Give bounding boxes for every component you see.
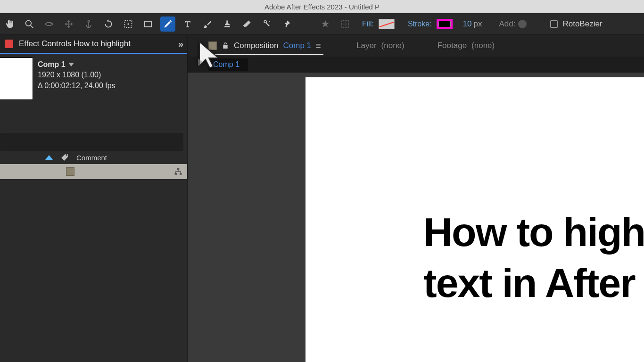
- stamp-icon: [223, 19, 232, 29]
- composition-thumbnail: [0, 58, 33, 100]
- eraser-tool[interactable]: [239, 16, 255, 32]
- hand-tool[interactable]: [2, 16, 17, 32]
- breadcrumb-name: Comp 1: [213, 60, 239, 68]
- sort-ascending-icon[interactable]: [45, 155, 53, 160]
- comp-swatch-icon: [208, 41, 217, 50]
- pen-icon: [163, 19, 173, 29]
- grid-tool[interactable]: [338, 16, 353, 32]
- brush-icon: [203, 19, 212, 29]
- pan-behind-tool[interactable]: [61, 16, 76, 32]
- search-bar[interactable]: [0, 133, 183, 151]
- svg-point-9: [269, 21, 270, 22]
- rotobezier-toggle[interactable]: RotoBezier: [550, 19, 602, 29]
- composition-viewer[interactable]: How to high text in After: [188, 73, 644, 362]
- pin-icon: [282, 19, 291, 29]
- panel-expand-icon[interactable]: »: [178, 39, 183, 49]
- puppet-pin-tool[interactable]: [279, 16, 294, 32]
- anchor-tool[interactable]: [81, 16, 96, 32]
- roto-brush-icon: [262, 19, 272, 29]
- clone-stamp-tool[interactable]: [220, 16, 235, 32]
- stroke-width-value: 10: [463, 19, 472, 29]
- layer-tab[interactable]: Layer (none): [356, 41, 405, 50]
- stroke-width-unit: px: [474, 19, 482, 29]
- zoom-tool[interactable]: [22, 16, 37, 32]
- composition-timing: Δ 0:00:02:12, 24.00 fps: [38, 81, 116, 91]
- effect-controls-label: Effect Controls: [19, 39, 71, 48]
- rectangle-tool[interactable]: [140, 16, 156, 32]
- composition-tab-label: Composition: [234, 41, 279, 50]
- dashed-square-icon: [124, 19, 133, 29]
- text-layer[interactable]: How to high text in After: [423, 207, 644, 308]
- svg-point-6: [127, 23, 129, 25]
- rotation-tool[interactable]: [101, 16, 116, 32]
- magnifier-icon: [25, 19, 34, 29]
- project-column-header: Comment: [0, 151, 187, 164]
- checkbox-icon: [550, 20, 558, 28]
- folder-icon: [66, 167, 74, 176]
- right-panel: Composition Comp 1 ≡ Layer (none) Footag…: [188, 35, 644, 362]
- add-dropdown-icon: [518, 20, 527, 28]
- fill-swatch[interactable]: [379, 19, 395, 29]
- comment-column-label[interactable]: Comment: [76, 154, 107, 162]
- add-menu[interactable]: Add:: [499, 19, 527, 29]
- star-icon: [321, 19, 330, 29]
- svg-point-4: [88, 20, 89, 22]
- layer-tab-label: Layer: [356, 41, 377, 50]
- svg-point-3: [50, 22, 52, 24]
- hand-icon: [5, 19, 14, 29]
- main-toolbar: Fill: Stroke: 10 px Add: RotoBezier: [0, 13, 644, 35]
- fill-label[interactable]: Fill:: [362, 20, 374, 28]
- eraser-icon: [242, 19, 252, 29]
- layer-color-swatch: [5, 40, 13, 48]
- svg-rect-15: [180, 173, 182, 175]
- star-tool[interactable]: [318, 16, 333, 32]
- effect-controls-subject: How to highlight: [74, 39, 131, 48]
- pen-tool[interactable]: [160, 16, 175, 32]
- project-item-row[interactable]: [0, 164, 187, 179]
- window-titlebar: Adobe After Effects 2023 - Untitled P: [0, 0, 644, 13]
- arrows-icon: [64, 19, 74, 29]
- svg-rect-14: [175, 173, 177, 175]
- window-title: Adobe After Effects 2023 - Untitled P: [264, 3, 380, 11]
- composition-tab-name: Comp 1: [283, 41, 312, 50]
- type-icon: [183, 19, 192, 29]
- svg-rect-7: [145, 21, 152, 27]
- svg-line-1: [31, 25, 33, 28]
- panel-menu-icon[interactable]: ≡: [316, 41, 323, 51]
- breadcrumb-item[interactable]: Comp 1: [208, 58, 248, 71]
- svg-rect-13: [177, 168, 180, 170]
- roto-brush-tool[interactable]: [259, 16, 274, 32]
- anchor-icon: [84, 19, 93, 29]
- stroke-width-control[interactable]: 10 px: [463, 19, 482, 29]
- add-label-text: Add:: [499, 19, 515, 29]
- rotobezier-label: RotoBezier: [562, 19, 602, 29]
- label-icon[interactable]: [60, 153, 69, 162]
- type-tool[interactable]: [180, 16, 195, 32]
- effect-controls-tab[interactable]: Effect Controls How to highlight »: [0, 35, 187, 54]
- lock-icon[interactable]: [222, 41, 229, 50]
- composition-name: Comp 1: [38, 59, 66, 70]
- dropdown-triangle-icon[interactable]: [68, 63, 74, 66]
- brush-tool[interactable]: [200, 16, 215, 32]
- composition-tab[interactable]: Composition Comp 1 ≡: [208, 41, 323, 55]
- viewer-tabs: Composition Comp 1 ≡ Layer (none) Footag…: [188, 35, 644, 57]
- stroke-swatch[interactable]: [437, 19, 453, 29]
- layer-tab-value: (none): [381, 41, 405, 50]
- composition-dimensions: 1920 x 1080 (1.00): [38, 70, 116, 80]
- footage-tab-value: (none): [471, 41, 495, 50]
- svg-point-0: [26, 20, 32, 26]
- footage-tab[interactable]: Footage (none): [438, 41, 495, 50]
- composition-card[interactable]: Comp 1 1920 x 1080 (1.00) Δ 0:00:02:12, …: [0, 54, 187, 100]
- rotate-icon: [104, 19, 113, 29]
- stroke-label[interactable]: Stroke:: [408, 20, 432, 28]
- flowchart-icon[interactable]: [174, 167, 182, 176]
- composition-breadcrumb: Comp 1: [188, 57, 644, 73]
- orbit-icon: [44, 19, 54, 29]
- footage-tab-label: Footage: [438, 41, 467, 50]
- grid-icon: [340, 19, 350, 29]
- canvas-area[interactable]: How to high text in After: [305, 77, 644, 362]
- orbit-tool[interactable]: [41, 16, 57, 32]
- mask-tool[interactable]: [121, 16, 136, 32]
- svg-point-8: [264, 20, 266, 23]
- left-panel: Effect Controls How to highlight » Comp …: [0, 35, 188, 362]
